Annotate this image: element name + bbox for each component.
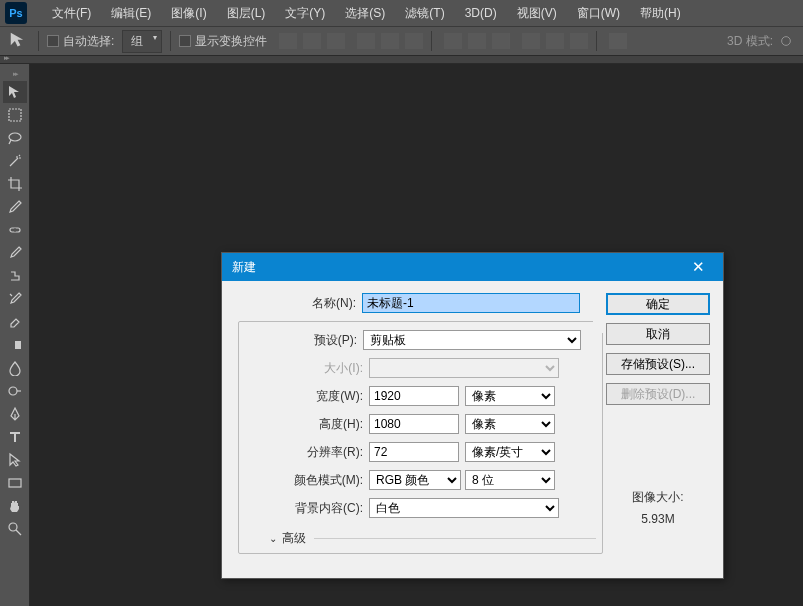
distribute-icons-group-2 xyxy=(522,33,588,49)
auto-select-label: 自动选择: xyxy=(63,33,114,50)
dialog-titlebar[interactable]: 新建 ✕ xyxy=(222,253,723,281)
width-input[interactable] xyxy=(369,386,459,406)
advanced-label: 高级 xyxy=(282,530,306,547)
width-label: 宽度(W): xyxy=(239,388,369,405)
show-transform-checkbox[interactable]: 显示变换控件 xyxy=(179,33,267,50)
orbit-3d-icon[interactable] xyxy=(779,34,793,48)
svg-point-6 xyxy=(9,387,17,395)
bit-depth-select[interactable]: 8 位 xyxy=(465,470,555,490)
distribute-icon[interactable] xyxy=(546,33,564,49)
dialog-title-text: 新建 xyxy=(232,259,256,276)
align-icon[interactable] xyxy=(303,33,321,49)
type-tool[interactable] xyxy=(3,426,27,448)
align-icon[interactable] xyxy=(327,33,345,49)
auto-select-dropdown[interactable]: 组 xyxy=(122,30,162,53)
auto-select-checkbox[interactable]: 自动选择: xyxy=(47,33,114,50)
preset-select[interactable]: 剪贴板 xyxy=(363,330,581,350)
height-input[interactable] xyxy=(369,414,459,434)
height-unit-select[interactable]: 像素 xyxy=(465,414,555,434)
menu-filter[interactable]: 滤镜(T) xyxy=(395,5,454,22)
name-input[interactable] xyxy=(362,293,580,313)
align-icon[interactable] xyxy=(381,33,399,49)
align-icon[interactable] xyxy=(405,33,423,49)
dodge-tool[interactable] xyxy=(3,380,27,402)
move-tool-indicator-icon[interactable] xyxy=(8,31,30,51)
arrange-icon-group xyxy=(609,33,627,49)
width-unit-select[interactable]: 像素 xyxy=(465,386,555,406)
menu-edit[interactable]: 编辑(E) xyxy=(101,5,161,22)
hand-tool[interactable] xyxy=(3,495,27,517)
healing-brush-tool[interactable] xyxy=(3,219,27,241)
history-brush-tool[interactable] xyxy=(3,288,27,310)
align-icons-group xyxy=(279,33,345,49)
move-tool[interactable] xyxy=(3,81,27,103)
svg-rect-7 xyxy=(9,479,21,487)
close-button[interactable]: ✕ xyxy=(683,256,713,278)
delete-preset-button: 删除预设(D)... xyxy=(606,383,710,405)
show-transform-label: 显示变换控件 xyxy=(195,33,267,50)
distribute-icons-group xyxy=(444,33,510,49)
chevron-down-icon: ⌄ xyxy=(269,533,277,544)
advanced-toggle[interactable]: ⌄ 高级 xyxy=(239,526,596,547)
divider xyxy=(38,31,39,51)
magic-wand-tool[interactable] xyxy=(3,150,27,172)
menu-select[interactable]: 选择(S) xyxy=(335,5,395,22)
save-preset-button[interactable]: 存储预设(S)... xyxy=(606,353,710,375)
background-select[interactable]: 白色 xyxy=(369,498,559,518)
menu-3d[interactable]: 3D(D) xyxy=(455,6,507,20)
ok-button[interactable]: 确定 xyxy=(606,293,710,315)
pen-tool[interactable] xyxy=(3,403,27,425)
menu-view[interactable]: 视图(V) xyxy=(507,5,567,22)
distribute-icon[interactable] xyxy=(492,33,510,49)
distribute-icon[interactable] xyxy=(444,33,462,49)
divider xyxy=(314,538,596,539)
background-label: 背景内容(C): xyxy=(239,500,369,517)
svg-point-8 xyxy=(9,523,17,531)
eyedropper-tool[interactable] xyxy=(3,196,27,218)
rectangle-tool[interactable] xyxy=(3,472,27,494)
lasso-tool[interactable] xyxy=(3,127,27,149)
size-label: 大小(I): xyxy=(239,360,369,377)
distribute-icon[interactable] xyxy=(570,33,588,49)
divider xyxy=(596,31,597,51)
resolution-input[interactable] xyxy=(369,442,459,462)
menu-image[interactable]: 图像(I) xyxy=(161,5,216,22)
align-icon[interactable] xyxy=(279,33,297,49)
close-icon: ✕ xyxy=(692,258,705,276)
divider xyxy=(431,31,432,51)
crop-tool[interactable] xyxy=(3,173,27,195)
checkbox-icon xyxy=(47,35,59,47)
align-icon[interactable] xyxy=(357,33,375,49)
path-selection-tool[interactable] xyxy=(3,449,27,471)
menu-bar: Ps 文件(F) 编辑(E) 图像(I) 图层(L) 文字(Y) 选择(S) 滤… xyxy=(0,0,803,26)
menu-layer[interactable]: 图层(L) xyxy=(217,5,276,22)
svg-rect-1 xyxy=(9,109,21,121)
zoom-tool[interactable] xyxy=(3,518,27,540)
distribute-icon[interactable] xyxy=(522,33,540,49)
resolution-label: 分辨率(R): xyxy=(239,444,369,461)
menu-window[interactable]: 窗口(W) xyxy=(567,5,630,22)
divider xyxy=(170,31,171,51)
cancel-button[interactable]: 取消 xyxy=(606,323,710,345)
align-icons-group-2 xyxy=(357,33,423,49)
clone-stamp-tool[interactable] xyxy=(3,265,27,287)
svg-rect-5 xyxy=(9,341,15,349)
eraser-tool[interactable] xyxy=(3,311,27,333)
blur-tool[interactable] xyxy=(3,357,27,379)
arrange-icon[interactable] xyxy=(609,33,627,49)
image-size-label: 图像大小: xyxy=(632,489,683,506)
svg-point-0 xyxy=(782,37,791,46)
menu-help[interactable]: 帮助(H) xyxy=(630,5,691,22)
preset-label: 预设(P): xyxy=(239,332,363,349)
options-bar: 自动选择: 组 显示变换控件 3D 模式: xyxy=(0,26,803,56)
brush-tool[interactable] xyxy=(3,242,27,264)
gradient-tool[interactable] xyxy=(3,334,27,356)
menu-type[interactable]: 文字(Y) xyxy=(275,5,335,22)
app-logo: Ps xyxy=(5,2,27,24)
menu-file[interactable]: 文件(F) xyxy=(42,5,101,22)
color-mode-select[interactable]: RGB 颜色 xyxy=(369,470,461,490)
marquee-tool[interactable] xyxy=(3,104,27,126)
distribute-icon[interactable] xyxy=(468,33,486,49)
resolution-unit-select[interactable]: 像素/英寸 xyxy=(465,442,555,462)
svg-point-2 xyxy=(9,133,21,141)
